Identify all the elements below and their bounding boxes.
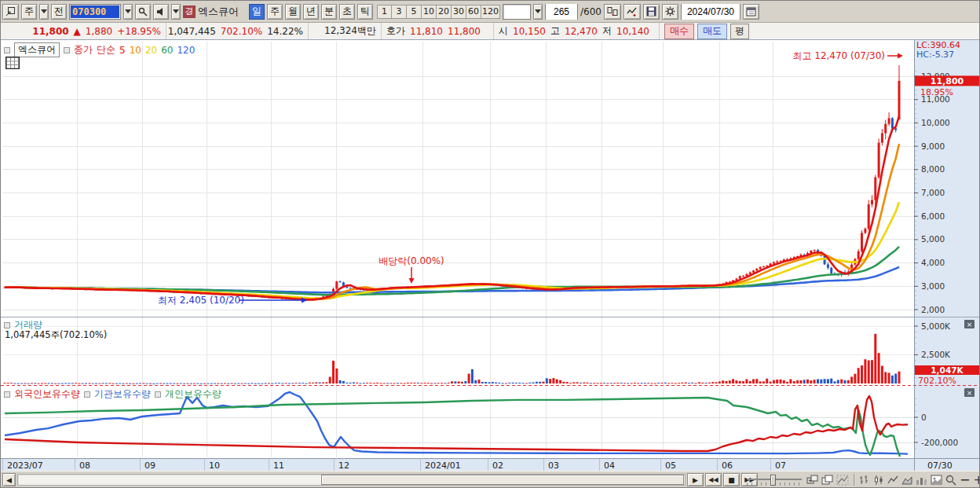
trendline-box-icon[interactable] bbox=[836, 475, 849, 486]
scroll-left-button[interactable]: ◀ bbox=[2, 473, 16, 486]
rewind-button[interactable]: ◀◀ bbox=[705, 473, 722, 486]
cascade-window-icon[interactable] bbox=[821, 475, 833, 486]
merge-window-icon[interactable] bbox=[806, 475, 818, 486]
minute-1[interactable]: 1 bbox=[377, 5, 392, 19]
area-chart-icon[interactable] bbox=[901, 475, 912, 486]
tab-weekly[interactable]: 주 bbox=[267, 4, 283, 20]
volume-bar bbox=[349, 383, 352, 383]
volume-bar bbox=[363, 383, 365, 383]
volume-bar bbox=[654, 383, 656, 384]
svg-text:0: 0 bbox=[921, 413, 927, 422]
minute-30[interactable]: 30 bbox=[452, 5, 466, 19]
volume-bar bbox=[315, 383, 317, 384]
stop-button[interactable]: ■ bbox=[723, 473, 740, 486]
chart-scrollbar[interactable] bbox=[17, 474, 686, 486]
institution-holdings-label: 기관보유수량 bbox=[94, 387, 151, 401]
play-button[interactable]: ▶ bbox=[687, 473, 704, 486]
volume-bar bbox=[793, 381, 795, 383]
search-button[interactable] bbox=[135, 4, 151, 20]
date-input[interactable] bbox=[682, 4, 740, 20]
tab-monthly[interactable]: 월 bbox=[285, 4, 301, 20]
volume-bar bbox=[644, 383, 646, 383]
volume-bar bbox=[667, 383, 670, 383]
compare-chart-button[interactable] bbox=[604, 4, 621, 20]
chart-canvas[interactable]: 2,0003,0004,0005,0006,0007,0008,0009,000… bbox=[1, 40, 980, 471]
volume-bar bbox=[193, 383, 196, 384]
bar-count-input[interactable] bbox=[546, 4, 577, 20]
minute-20[interactable]: 20 bbox=[437, 5, 452, 19]
zoom-search-icon[interactable] bbox=[945, 475, 956, 486]
settings-button[interactable] bbox=[662, 4, 678, 20]
volume-bar bbox=[34, 383, 36, 383]
volume-bar bbox=[854, 374, 856, 383]
volume-title: 거래량 bbox=[14, 318, 42, 332]
prev-stock-button[interactable]: 전 bbox=[51, 4, 67, 20]
volume-bar bbox=[152, 383, 155, 384]
volume-bar bbox=[275, 383, 277, 383]
volume-bar bbox=[675, 383, 677, 384]
tab-minute[interactable]: 분 bbox=[321, 4, 337, 20]
avg-button[interactable]: 평 bbox=[730, 24, 749, 39]
volume-bar bbox=[332, 361, 335, 383]
minute-60[interactable]: 60 bbox=[466, 5, 481, 19]
volume-bar bbox=[376, 383, 378, 383]
scrollbar-thumb[interactable] bbox=[321, 475, 684, 485]
candle bbox=[878, 143, 880, 178]
volume-bar bbox=[437, 383, 440, 383]
tab-second[interactable]: 초 bbox=[339, 4, 355, 20]
sell-button[interactable]: 매도 bbox=[697, 24, 727, 39]
line-chart-icon[interactable] bbox=[887, 475, 898, 486]
period-group-dropdown[interactable] bbox=[39, 4, 49, 20]
sound-dropdown[interactable] bbox=[171, 4, 181, 20]
legend-price-type: 종가 bbox=[74, 43, 93, 57]
volume-bar bbox=[508, 383, 510, 383]
custom-minute-dropdown[interactable] bbox=[533, 4, 543, 20]
volume-bar bbox=[481, 382, 484, 383]
legend-symbol[interactable]: 엑스큐어 bbox=[14, 42, 60, 57]
toolbar: 주 전 경 엑스큐어 일 주 월 년 분 초 틱 1 3 5 10 20 30 … bbox=[1, 1, 979, 23]
volume-bar bbox=[433, 383, 436, 383]
period-group-button[interactable]: 주 bbox=[21, 4, 37, 20]
volume-bar bbox=[681, 383, 683, 383]
chevron-down-icon bbox=[125, 9, 131, 13]
volume-bar bbox=[88, 383, 90, 383]
stock-code-input[interactable] bbox=[71, 6, 119, 18]
minute-5[interactable]: 5 bbox=[407, 5, 422, 19]
candle bbox=[742, 276, 744, 277]
volume-bar bbox=[227, 383, 229, 384]
tab-tick[interactable]: 틱 bbox=[357, 4, 373, 20]
chart-3d-icon[interactable] bbox=[916, 475, 927, 486]
trendline-button[interactable] bbox=[623, 4, 641, 20]
tab-daily[interactable]: 일 bbox=[249, 4, 265, 20]
volume-bar bbox=[234, 383, 236, 384]
chart-tool-icons: − + A bbox=[806, 473, 980, 486]
custom-minute-select[interactable] bbox=[503, 4, 531, 20]
save-button[interactable] bbox=[643, 4, 660, 20]
minute-10[interactable]: 10 bbox=[422, 5, 437, 19]
zoom-in-icon[interactable]: + bbox=[973, 474, 980, 486]
volume-bar bbox=[322, 383, 324, 384]
candle-chart-icon[interactable] bbox=[873, 475, 884, 486]
low-price: 10,140 bbox=[616, 26, 649, 37]
volume-bar bbox=[393, 383, 396, 384]
buy-button[interactable]: 매수 bbox=[664, 24, 694, 39]
chart-image-icon[interactable] bbox=[931, 475, 942, 486]
popup-chart-button[interactable] bbox=[2, 4, 19, 20]
volume-bar bbox=[878, 353, 880, 383]
code-dropdown[interactable] bbox=[123, 4, 133, 20]
chart-area: 2,0003,0004,0005,0006,0007,0008,0009,000… bbox=[1, 40, 980, 471]
volume-bar bbox=[814, 380, 816, 383]
volume-bar bbox=[566, 382, 569, 383]
sound-button[interactable] bbox=[153, 4, 169, 20]
speed-slider-thumb[interactable] bbox=[770, 475, 776, 486]
volume-bar bbox=[112, 383, 115, 384]
minute-120[interactable]: 120 bbox=[481, 5, 500, 19]
tab-yearly[interactable]: 년 bbox=[303, 4, 319, 20]
minute-3[interactable]: 3 bbox=[392, 5, 407, 19]
zoom-out-icon[interactable]: − bbox=[960, 474, 970, 486]
candle bbox=[339, 281, 342, 282]
ohlc-bar-icon[interactable] bbox=[859, 475, 870, 486]
volume-bar bbox=[688, 383, 690, 383]
data-grid-icon[interactable] bbox=[5, 57, 20, 69]
calendar-button[interactable] bbox=[743, 4, 759, 20]
